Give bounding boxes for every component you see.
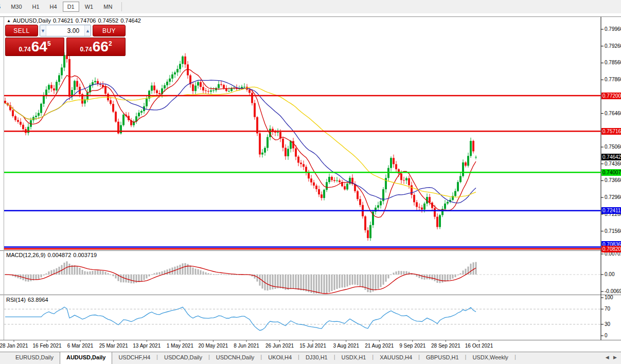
ohlc-high: 0.74706 — [76, 17, 96, 24]
mt4-window: 5M30H1H4D1W1MN ▲AUDUSD,Daily0.746210.747… — [0, 0, 621, 364]
macd-indicator-label: MACD(12,26,9)0.0048720.003719 — [6, 252, 99, 258]
chart-tab-dj30-h1[interactable]: DJ30,H1 — [299, 352, 334, 364]
date-axis-label: 25 Mar 2021 — [99, 343, 128, 349]
price-tick-label: 0.79960 — [605, 26, 621, 32]
sell-price-big: 64 — [31, 40, 47, 54]
chart-tab-eurusd-daily[interactable]: EURUSD,Daily — [9, 352, 60, 364]
moving-average-line-8 — [5, 69, 476, 217]
toolbar-separator — [121, 2, 122, 11]
sell-button[interactable]: SELL — [5, 25, 38, 37]
macd-tick-label: -0.00692 — [605, 288, 621, 295]
current-price-badge: 0.74642 — [601, 154, 621, 160]
price-tick-label: 0.77860 — [605, 77, 621, 83]
date-axis-label: 26 Jun 2021 — [265, 343, 294, 349]
date-axis-label: 13 Apr 2021 — [133, 343, 161, 349]
tabs-scroll-left-icon[interactable]: ◀ — [606, 355, 609, 360]
price-tick-label: 0.72960 — [605, 194, 621, 201]
price-tick-label: 0.79260 — [605, 43, 621, 49]
macd-value-main: 0.004872 — [47, 252, 71, 258]
price-chart[interactable] — [0, 13, 621, 352]
chart-tab-ukoil-h4[interactable]: UKOil,H4 — [262, 352, 298, 364]
price-tick-label: 0.78560 — [605, 60, 621, 66]
chart-collapse-icon[interactable]: ▲ — [7, 19, 11, 23]
rsi-name: RSI(14) — [6, 297, 26, 303]
price-tick-label: 0.75060 — [605, 144, 621, 150]
date-axis-label: 16 Oct 2021 — [465, 343, 493, 349]
chart-tabbar: EURUSD,DailyAUDUSD,DailyUSDCHF,H4|USDCAD… — [0, 352, 621, 364]
chart-symbol-label: AUDUSD,Daily — [13, 17, 51, 24]
chart-tab-usdcad-daily[interactable]: USDCAD,Daily — [158, 352, 208, 364]
timeframe-button-5[interactable]: 5 — [0, 2, 5, 12]
date-axis-label: 28 Jan 2021 — [0, 343, 28, 349]
macd-signal-line — [5, 266, 476, 294]
volume-stepper: ▼ ▲ — [40, 25, 91, 37]
candles-layer — [4, 52, 477, 241]
price-level-badge: 0.77200 — [601, 93, 621, 99]
timeframe-button-mn[interactable]: MN — [99, 2, 117, 12]
tabs-scroll-right-icon[interactable]: ▶ — [613, 355, 617, 360]
price-tick-label: 0.74360 — [605, 161, 621, 167]
chart-tab-usdcnh-daily[interactable]: USDCNH,Daily — [210, 352, 261, 364]
chart-tab-audusd-daily[interactable]: AUDUSD,Daily — [60, 352, 112, 364]
date-axis-label: 15 Jul 2021 — [299, 343, 326, 349]
sell-price-display[interactable]: 0.74 64 5 — [5, 38, 64, 56]
price-tick-label: 0.73660 — [605, 177, 621, 184]
date-axis-label: 20 May 2021 — [198, 343, 228, 349]
rsi-tick-label: 0 — [605, 333, 608, 339]
chart-tab-usdchf-h4[interactable]: USDCHF,H4 — [112, 352, 156, 364]
date-axis-label: 1 May 2021 — [167, 343, 193, 349]
ohlc-low: 0.74552 — [98, 17, 118, 24]
buy-price-prefix: 0.74 — [80, 46, 92, 53]
macd-tick-label: 0.00 — [605, 271, 614, 278]
date-axis-label: 28 Sep 2021 — [431, 343, 460, 349]
chart-tab-usdx-weekly[interactable]: USDX,Weekly — [466, 352, 514, 364]
date-axis-label: 6 Mar 2021 — [67, 343, 94, 349]
timeframe-button-d1[interactable]: D1 — [63, 2, 79, 12]
rsi-indicator-label: RSI(14)63.8964 — [6, 297, 50, 303]
chart-ohlc-header: ▲AUDUSD,Daily0.746210.747060.745520.7464… — [7, 17, 143, 24]
tab-scroll-controls: ◀ ▶ — [602, 355, 617, 360]
buy-button[interactable]: BUY — [93, 25, 126, 37]
one-click-trade-panel: SELL ▼ ▲ BUY 0.74 64 5 0.74 66 2 — [5, 25, 126, 56]
price-level-badge: 0.70820 — [601, 246, 621, 252]
timeframe-button-w1[interactable]: W1 — [80, 2, 98, 12]
chart-window: ▲AUDUSD,Daily0.746210.747060.745520.7464… — [0, 13, 621, 352]
volume-increase-button[interactable]: ▲ — [84, 25, 91, 36]
rsi-tick-label: 30 — [605, 321, 610, 327]
ohlc-open: 0.74621 — [53, 17, 74, 24]
date-axis-label: 16 Feb 2021 — [32, 343, 61, 349]
timeframe-button-m30[interactable]: M30 — [6, 2, 26, 12]
sell-price-prefix: 0.74 — [19, 46, 30, 53]
macd-name: MACD(12,26,9) — [6, 252, 45, 258]
chart-tabs: EURUSD,DailyAUDUSD,DailyUSDCHF,H4|USDCAD… — [9, 352, 516, 364]
timeframe-buttons: 5M30H1H4D1W1MN — [0, 0, 117, 13]
chart-tab-xauusd-h4[interactable]: XAUUSD,H4 — [374, 352, 418, 364]
timeframe-button-h1[interactable]: H1 — [28, 2, 44, 12]
tab-separator: | — [514, 352, 516, 364]
date-axis-label: 8 Jun 2021 — [234, 343, 259, 349]
date-axis-label: 9 Sep 2021 — [399, 343, 425, 349]
price-level-badge: 0.74007 — [601, 169, 621, 176]
timeframe-button-h4[interactable]: H4 — [45, 2, 62, 12]
buy-price-display[interactable]: 0.74 66 2 — [66, 38, 126, 56]
date-axis-label: 21 Aug 2021 — [365, 343, 394, 349]
moving-average-line-45 — [5, 87, 476, 197]
macd-value-signal: 0.003719 — [73, 252, 97, 258]
timeframe-toolbar: 5M30H1H4D1W1MN — [0, 0, 621, 14]
price-tick-label: 0.76460 — [605, 111, 621, 117]
price-tick-label: 0.71560 — [605, 228, 621, 234]
price-level-badge: 0.72411 — [601, 207, 621, 214]
chart-tab-gbpusd-h1[interactable]: GBPUSD,H1 — [420, 352, 465, 364]
buy-price-sup: 2 — [109, 40, 112, 47]
rsi-tick-label: 100 — [605, 295, 613, 301]
moving-average-line-20 — [5, 80, 476, 203]
rsi-value: 63.8964 — [28, 297, 48, 303]
volume-decrease-button[interactable]: ▼ — [40, 25, 46, 36]
rsi-tick-label: 70 — [605, 306, 610, 312]
sell-price-sup: 5 — [47, 40, 51, 47]
ohlc-close: 0.74642 — [120, 17, 141, 24]
volume-input[interactable] — [46, 25, 84, 36]
price-level-badge: 0.75716 — [601, 128, 621, 135]
buy-price-big: 66 — [93, 40, 109, 54]
chart-tab-usdx-h1[interactable]: USDX,H1 — [335, 352, 372, 364]
